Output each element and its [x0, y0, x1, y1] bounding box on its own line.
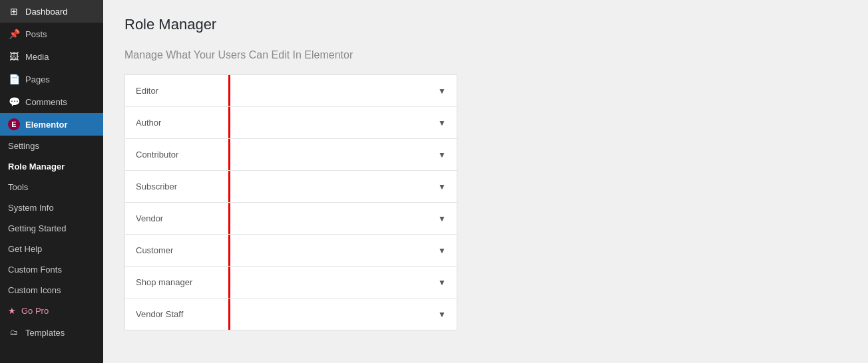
page-title: Role Manager [124, 16, 847, 33]
sidebar-label-role-manager: Role Manager [8, 162, 65, 172]
sidebar-item-system-info[interactable]: System Info [0, 197, 103, 218]
role-row[interactable]: Editor ▼ [125, 75, 457, 107]
role-expand[interactable]: ▼ [230, 267, 457, 298]
sidebar-label-posts: Posts [25, 29, 47, 39]
media-icon: 🖼 [8, 51, 20, 62]
chevron-down-icon: ▼ [438, 214, 446, 223]
role-label: Author [125, 107, 228, 138]
sidebar-item-custom-icons[interactable]: Custom Icons [0, 280, 103, 301]
sidebar-label-custom-icons: Custom Icons [8, 285, 61, 295]
role-expand[interactable]: ▼ [230, 172, 457, 202]
sidebar-label-get-help: Get Help [8, 244, 42, 254]
role-row[interactable]: Contributor ▼ [125, 139, 457, 171]
role-expand[interactable]: ▼ [230, 235, 457, 266]
role-expand[interactable]: ▼ [230, 76, 457, 106]
roles-table: Editor ▼ Author ▼ Contributor ▼ Subscrib… [124, 74, 457, 330]
sidebar-label-system-info: System Info [8, 203, 54, 213]
role-label: Vendor Staff [125, 299, 228, 330]
role-row[interactable]: Vendor ▼ [125, 203, 457, 235]
sidebar-label-getting-started: Getting Started [8, 223, 66, 233]
sidebar-label-elementor: Elementor [25, 120, 68, 130]
chevron-down-icon: ▼ [438, 150, 446, 160]
main-content: Role Manager Manage What Your Users Can … [103, 0, 868, 363]
page-subtitle: Manage What Your Users Can Edit In Eleme… [124, 49, 847, 61]
dashboard-icon: ⊞ [8, 5, 20, 17]
sidebar-label-comments: Comments [25, 97, 67, 107]
role-row[interactable]: Shop manager ▼ [125, 267, 457, 299]
sidebar: ⊞ Dashboard 📌 Posts 🖼 Media 📄 Pages 💬 Co… [0, 0, 103, 363]
chevron-down-icon: ▼ [438, 86, 446, 96]
role-label: Subscriber [125, 171, 228, 202]
sidebar-label-pages: Pages [25, 74, 50, 84]
sidebar-item-templates[interactable]: 🗂 Templates [0, 321, 103, 344]
role-row[interactable]: Author ▼ [125, 107, 457, 139]
sidebar-item-elementor[interactable]: E Elementor [0, 113, 103, 136]
sidebar-item-role-manager[interactable]: Role Manager [0, 156, 103, 177]
sidebar-label-media: Media [25, 52, 49, 62]
sidebar-item-tools[interactable]: Tools [0, 177, 103, 197]
sidebar-label-templates: Templates [25, 328, 65, 338]
elementor-icon: E [8, 118, 20, 130]
role-label: Vendor [125, 203, 228, 234]
chevron-down-icon: ▼ [438, 310, 446, 319]
sidebar-label-tools: Tools [8, 182, 28, 192]
posts-icon: 📌 [8, 28, 20, 40]
role-expand[interactable]: ▼ [230, 108, 457, 138]
role-row[interactable]: Subscriber ▼ [125, 171, 457, 203]
chevron-down-icon: ▼ [438, 278, 446, 287]
pages-icon: 📄 [8, 73, 20, 85]
sidebar-item-getting-started[interactable]: Getting Started [0, 218, 103, 239]
sidebar-item-custom-fonts[interactable]: Custom Fonts [0, 259, 103, 280]
sidebar-item-posts[interactable]: 📌 Posts [0, 23, 103, 45]
sidebar-item-go-pro[interactable]: ★ Go Pro [0, 301, 103, 321]
sidebar-item-media[interactable]: 🖼 Media [0, 45, 103, 68]
role-expand[interactable]: ▼ [230, 140, 457, 170]
templates-icon: 🗂 [8, 326, 20, 338]
sidebar-item-comments[interactable]: 💬 Comments [0, 90, 103, 113]
role-label: Contributor [125, 139, 228, 170]
elementor-submenu: Settings Role Manager Tools System Info … [0, 136, 103, 344]
sidebar-label-settings: Settings [8, 141, 39, 151]
role-expand[interactable]: ▼ [230, 299, 457, 330]
sidebar-item-dashboard[interactable]: ⊞ Dashboard [0, 0, 103, 23]
sidebar-label-go-pro: Go Pro [21, 306, 49, 316]
sidebar-item-pages[interactable]: 📄 Pages [0, 68, 103, 90]
chevron-down-icon: ▼ [438, 246, 446, 255]
sidebar-item-get-help[interactable]: Get Help [0, 239, 103, 259]
star-icon: ★ [8, 306, 16, 316]
role-label: Editor [125, 75, 228, 106]
sidebar-label-custom-fonts: Custom Fonts [8, 265, 62, 275]
sidebar-item-settings[interactable]: Settings [0, 136, 103, 156]
role-label: Shop manager [125, 267, 228, 298]
role-row[interactable]: Vendor Staff ▼ [125, 299, 457, 330]
role-expand[interactable]: ▼ [230, 203, 457, 234]
comments-icon: 💬 [8, 96, 20, 108]
role-label: Customer [125, 235, 228, 266]
chevron-down-icon: ▼ [438, 118, 446, 128]
role-row[interactable]: Customer ▼ [125, 235, 457, 267]
chevron-down-icon: ▼ [438, 182, 446, 191]
sidebar-label-dashboard: Dashboard [25, 7, 68, 17]
